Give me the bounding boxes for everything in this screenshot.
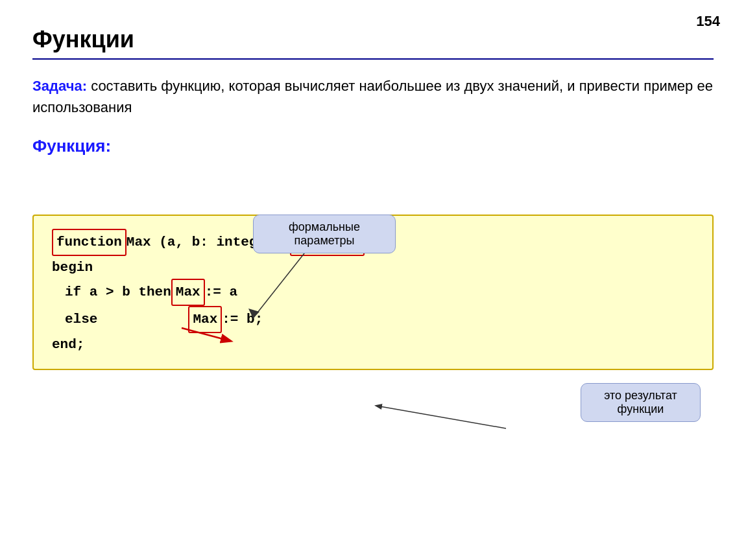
code-assign-2: := b; xyxy=(222,308,263,331)
callout-result-line2: функции xyxy=(592,402,690,416)
code-line-2: begin xyxy=(52,256,694,279)
callout-result-line1: это результат xyxy=(592,389,690,402)
svg-line-3 xyxy=(376,406,506,428)
slide-page: 154 Функции Задача: составить функцию, к… xyxy=(0,0,746,560)
code-if: if a > b then xyxy=(65,281,171,304)
slide-title: Функции xyxy=(32,26,714,53)
task-label: Задача: xyxy=(32,78,87,94)
code-line-3: if a > b then Max := a xyxy=(65,279,694,306)
code-begin: begin xyxy=(52,256,93,279)
page-number: 154 xyxy=(696,13,720,30)
code-end: end; xyxy=(52,333,84,356)
callout-formal-params: формальные параметры xyxy=(253,215,396,253)
title-divider xyxy=(32,58,714,60)
code-line-4: elseMax := b; xyxy=(65,306,694,333)
code-area: формальные параметры function Max (a, b:… xyxy=(32,215,714,370)
code-max-2: Max xyxy=(188,306,222,333)
code-max-1: Max xyxy=(171,279,205,306)
code-assign-1: := a xyxy=(205,281,237,304)
code-line-5: end; xyxy=(52,333,694,356)
keyword-function: function xyxy=(52,229,126,256)
task-text: составить функцию, которая вычисляет наи… xyxy=(32,78,713,115)
function-label: Функция: xyxy=(32,136,714,156)
code-else: else xyxy=(65,308,97,331)
task-block: Задача: составить функцию, которая вычис… xyxy=(32,75,714,118)
callout-result: это результат функции xyxy=(581,383,701,422)
